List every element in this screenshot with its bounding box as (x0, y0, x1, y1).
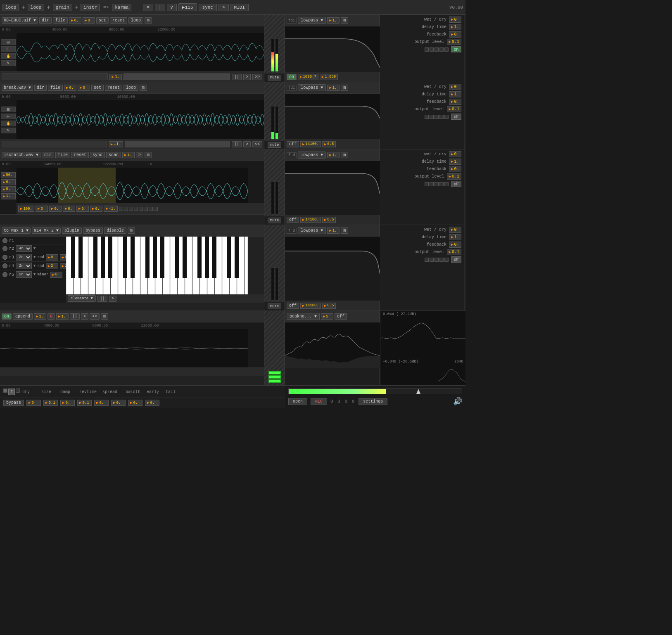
track3-bsq1[interactable] (119, 207, 123, 211)
track2-ctrl3[interactable]: ✎ (1, 128, 16, 133)
track2-delaytime-val[interactable]: ▶1. (449, 91, 461, 97)
track4-r2-circle[interactable] (2, 246, 7, 251)
forward-btn[interactable]: > (218, 4, 229, 11)
reverb-damp-val[interactable]: ▶0. (60, 400, 75, 406)
track2-freq[interactable]: ▶14100. (300, 141, 321, 147)
track3-filename[interactable]: lscratch.wav ▼ (2, 152, 40, 158)
track3-filter-val[interactable]: ▶1. (327, 152, 340, 158)
track4-m[interactable]: m (128, 227, 135, 234)
track3-bsq6[interactable] (144, 207, 148, 211)
track3-sq1[interactable] (425, 182, 429, 186)
track3-bsq2[interactable] (124, 207, 128, 211)
track3-sq4[interactable] (439, 182, 444, 186)
track4-r1-circle[interactable] (2, 238, 7, 243)
track4-outlevel-val[interactable]: ▶0.1 (447, 249, 461, 255)
grain-dropdown[interactable]: grain (53, 4, 72, 11)
track3-filter-off[interactable]: off (287, 217, 299, 223)
track3-scan[interactable]: scan (106, 152, 121, 158)
track4-filter-m[interactable]: m (341, 227, 348, 234)
track1-ff[interactable]: >> (252, 74, 262, 80)
sync-btn[interactable]: sync (199, 4, 217, 11)
track1-sq5[interactable] (444, 47, 449, 52)
reverb-revtime-val[interactable]: ▶0.1 (77, 400, 92, 406)
track2-reset[interactable]: reset (105, 85, 122, 91)
track4-sq4[interactable] (439, 258, 444, 262)
track3-wetdry-val[interactable]: ▶0 (449, 151, 461, 157)
reverb-spread-val[interactable]: ▶0. (94, 400, 109, 406)
track3-file[interactable]: file (55, 152, 70, 158)
track1-zoom[interactable]: ⊞ (1, 39, 16, 45)
reverb-sq2[interactable] (16, 389, 20, 393)
track1-transport-bar[interactable] (2, 73, 108, 80)
track1-dir[interactable]: dir (39, 17, 52, 24)
track4-wetdry-val[interactable]: ▶0 (449, 227, 461, 233)
track3-mute[interactable]: mute (268, 218, 282, 223)
track3-filter-type[interactable]: lowpass ▼ (298, 152, 326, 159)
track1-freq[interactable]: ▶1696.7 (298, 74, 318, 80)
track4-r4-circle[interactable] (2, 263, 7, 268)
track1-mute[interactable]: mute (268, 75, 282, 81)
rec-btn[interactable]: REC (311, 398, 327, 405)
track4-freq[interactable]: ▶14100. (300, 303, 321, 309)
plus-2[interactable]: + (46, 4, 51, 11)
track4-res[interactable]: ▶0.5 (322, 303, 336, 309)
track4-play2[interactable]: > (109, 296, 116, 302)
track1-filter-m[interactable]: m (341, 17, 348, 24)
recorder-pause[interactable]: || (70, 313, 80, 320)
track2-play[interactable]: > (243, 141, 251, 147)
track2-outlevel-val[interactable]: ▶0.1 (447, 106, 461, 112)
track3-bsq5[interactable] (139, 207, 143, 211)
track4-r2-arrow[interactable]: ▼ (33, 246, 36, 251)
pipe-btn[interactable]: | (155, 4, 165, 11)
track2-dir[interactable]: dir (34, 85, 47, 91)
track2-set[interactable]: set (91, 85, 104, 91)
track3-bsq3[interactable] (129, 207, 133, 211)
track2-filter-val[interactable]: ▶1. (327, 85, 340, 91)
track1-filter-val[interactable]: ▶1. (327, 17, 340, 24)
track4-to-max[interactable]: to Max 1 ▼ (2, 227, 31, 234)
loop-dropdown-2[interactable]: loop (28, 4, 44, 11)
track2-bar[interactable] (2, 141, 107, 147)
track1-pos2[interactable]: ▶0. (83, 17, 95, 24)
track1-play[interactable]: > (243, 74, 251, 80)
track4-feedback-val[interactable]: ▶0. (449, 242, 461, 248)
reverb-sq1[interactable] (3, 389, 7, 393)
track2-fd[interactable]: fd1 (287, 85, 297, 91)
track2-zoom[interactable]: ⊞ (1, 107, 16, 112)
track1-ctrl2[interactable]: ✋ (1, 53, 16, 59)
track2-pos-bar[interactable] (125, 141, 230, 147)
track3-speed[interactable]: ▶1. (122, 152, 135, 158)
track4-filter-off[interactable]: off (287, 303, 299, 309)
recorder-peak-val[interactable]: ▶5 (321, 313, 333, 320)
track4-off-btn[interactable]: off (451, 256, 461, 263)
reverb-tail-val[interactable]: ▶0. (145, 400, 159, 406)
track2-off-btn[interactable]: off (451, 114, 461, 120)
track4-disable[interactable]: disable (104, 227, 126, 234)
track1-delaytime-val[interactable]: ▶1. (449, 24, 461, 30)
track2-filter-type[interactable]: lowpass ▼ (298, 84, 326, 91)
track1-filename[interactable]: 60-EHUC.aif ▼ (2, 17, 38, 24)
track4-r3-circle[interactable] (2, 255, 7, 260)
track2-sq5[interactable] (444, 115, 449, 119)
track2-wetdry-val[interactable]: ▶0 (449, 84, 461, 90)
reverb-dry-val[interactable]: ▶0. (26, 400, 41, 406)
track4-r4-arrow[interactable]: ▼ (33, 264, 36, 268)
reverb-bwidth-val[interactable]: ▶0. (111, 400, 126, 406)
track1-feedback-val[interactable]: ▶0. (449, 31, 461, 38)
track2-filename[interactable]: break.wav ▼ (2, 85, 33, 91)
track1-loop[interactable]: loop (128, 17, 143, 24)
track3-b5[interactable]: ▶0. (76, 206, 89, 212)
track4-filter-type[interactable]: lowpass ▼ (298, 227, 326, 234)
track4-r5-circle[interactable] (2, 272, 7, 277)
track3-m[interactable]: m (145, 152, 152, 158)
track4-bypass[interactable]: bypass (83, 227, 103, 234)
track4-sq2[interactable] (430, 258, 434, 262)
midi-btn[interactable]: MIDI (230, 4, 249, 11)
track1-sq4[interactable] (439, 47, 444, 52)
track2-sq1[interactable] (425, 115, 429, 119)
track3-b3[interactable]: ▶0. (49, 206, 62, 212)
track3-filter-m[interactable]: m (341, 152, 348, 158)
track2-ctrl1[interactable]: ⊢ (1, 114, 16, 119)
track4-r3-arrow[interactable]: ▼ (33, 255, 36, 259)
track4-fd[interactable]: f d (287, 228, 297, 234)
